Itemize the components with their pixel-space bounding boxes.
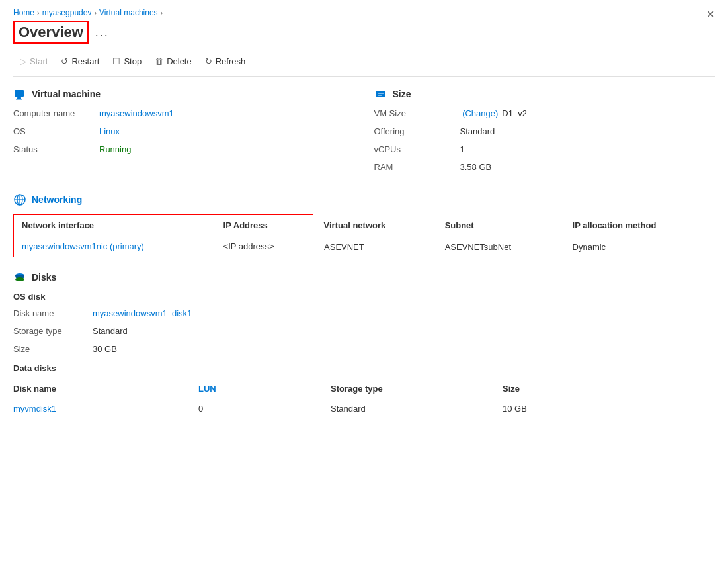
- breadcrumb-virtual-machines[interactable]: Virtual machines: [99, 8, 158, 17]
- offering-value: Standard: [460, 126, 495, 136]
- networking-icon: [13, 193, 26, 206]
- net-row-1: myasewindowsvm1nic (primary) <IP address…: [14, 236, 715, 257]
- net-col-ip: IP Address: [216, 215, 313, 236]
- status-label: Status: [13, 144, 99, 154]
- offering-label: Offering: [374, 126, 460, 136]
- data-disk-col-size: Size: [503, 380, 715, 398]
- disks-section-header: Disks: [13, 271, 715, 284]
- net-vnet-value: ASEVNET: [324, 242, 364, 252]
- os-label: OS: [13, 126, 99, 136]
- data-disk-col-lun: LUN: [198, 380, 331, 398]
- vm-size-row: VM Size (Change) D1_v2: [374, 109, 715, 118]
- data-disk-name-link[interactable]: myvmdisk1: [13, 404, 56, 413]
- vm-size-label: VM Size: [374, 109, 460, 118]
- net-cell-ip-method: Dynamic: [562, 236, 715, 257]
- start-icon: ▷: [20, 56, 26, 66]
- net-subnet-value: ASEVNETsubNet: [445, 242, 511, 252]
- stop-button[interactable]: ☐ Stop: [106, 53, 148, 69]
- data-disk-cell-storage: Standard: [331, 398, 503, 419]
- networking-section: Networking Network interface IP Address …: [13, 193, 715, 257]
- os-disk-name-row: Disk name myasewindowsvm1_disk1: [13, 308, 715, 318]
- refresh-label: Refresh: [216, 56, 246, 66]
- ram-value: 3.58 GB: [460, 162, 492, 172]
- vcpus-label: vCPUs: [374, 144, 460, 154]
- start-label: Start: [30, 56, 48, 66]
- svg-rect-4: [378, 93, 384, 94]
- net-ip-value: <IP address>: [223, 241, 274, 251]
- net-col-subnet: Subnet: [434, 215, 562, 236]
- os-row: OS Linux: [13, 126, 354, 136]
- close-button[interactable]: ✕: [706, 9, 715, 20]
- net-interface-link[interactable]: myasewindowsvm1nic (primary): [22, 241, 144, 251]
- ram-label: RAM: [374, 162, 460, 172]
- delete-button[interactable]: 🗑 Delete: [148, 53, 198, 69]
- start-button[interactable]: ▷ Start: [13, 53, 54, 69]
- stop-icon: ☐: [112, 56, 120, 66]
- delete-icon: 🗑: [155, 56, 163, 66]
- computer-name-value[interactable]: myasewindowsvm1: [99, 109, 174, 118]
- computer-name-row: Computer name myasewindowsvm1: [13, 109, 354, 118]
- data-disk-col-storage: Storage type: [331, 380, 503, 398]
- net-cell-interface: myasewindowsvm1nic (primary): [14, 236, 216, 257]
- svg-rect-1: [17, 97, 21, 99]
- size-column: Size VM Size (Change) D1_v2 Offering Sta…: [374, 87, 715, 180]
- data-disks-subtitle: Data disks: [13, 363, 715, 373]
- breadcrumb-sep-3: ›: [161, 9, 163, 17]
- svg-point-11: [15, 277, 24, 281]
- data-disk-cell-name: myvmdisk1: [13, 398, 198, 419]
- os-size-row: Size 30 GB: [13, 344, 715, 354]
- os-storage-type-row: Storage type Standard: [13, 326, 715, 336]
- restart-button[interactable]: ↺ Restart: [54, 53, 106, 69]
- os-disk-name-value[interactable]: myasewindowsvm1_disk1: [93, 308, 192, 318]
- more-options-button[interactable]: ...: [95, 26, 109, 38]
- os-disk-name-label: Disk name: [13, 308, 93, 318]
- svg-rect-0: [15, 90, 24, 97]
- disks-icon: [13, 271, 26, 284]
- refresh-icon: ↻: [205, 56, 212, 66]
- size-icon: [374, 87, 387, 101]
- vcpus-row: vCPUs 1: [374, 144, 715, 154]
- networking-table: Network interface IP Address Virtual net…: [13, 214, 715, 257]
- page-container: Home › myasegpudev › Virtual machines › …: [0, 0, 728, 445]
- refresh-button[interactable]: ↻ Refresh: [198, 53, 253, 69]
- title-row: Overview ... ✕: [13, 21, 715, 44]
- data-disk-size-value: 10 GB: [503, 404, 527, 413]
- vm-section-header: Virtual machine: [13, 87, 354, 101]
- data-disk-storage-value: Standard: [331, 404, 366, 413]
- status-row: Status Running: [13, 144, 354, 154]
- svg-rect-2: [16, 99, 22, 100]
- size-section-header: Size: [374, 87, 715, 101]
- vcpus-value: 1: [460, 144, 465, 154]
- vm-column: Virtual machine Computer name myasewindo…: [13, 87, 374, 180]
- breadcrumb-home[interactable]: Home: [13, 8, 34, 17]
- breadcrumb: Home › myasegpudev › Virtual machines ›: [13, 8, 715, 17]
- page-title: Overview: [13, 21, 89, 44]
- delete-label: Delete: [167, 56, 192, 66]
- net-cell-subnet: ASEVNETsubNet: [434, 236, 562, 257]
- net-cell-ip: <IP address>: [216, 236, 313, 257]
- status-value: Running: [99, 144, 131, 154]
- size-section-title: Size: [393, 89, 411, 99]
- net-col-ip-method: IP allocation method: [562, 215, 715, 236]
- data-disks-table: Disk name LUN Storage type Size: [13, 380, 715, 419]
- networking-section-header: Networking: [13, 193, 715, 206]
- net-col-interface: Network interface: [14, 215, 216, 236]
- vm-section-title: Virtual machine: [32, 89, 101, 99]
- vm-size-change-link[interactable]: (Change): [462, 109, 498, 118]
- os-value[interactable]: Linux: [99, 126, 120, 136]
- networking-section-title: Networking: [32, 195, 82, 205]
- net-col-vnet: Virtual network: [313, 215, 434, 236]
- net-ip-method-value: Dynamic: [573, 242, 606, 252]
- svg-rect-3: [376, 91, 385, 97]
- os-storage-type-label: Storage type: [13, 326, 93, 336]
- disks-section: Disks OS disk Disk name myasewindowsvm1_…: [13, 271, 715, 419]
- vm-icon: [13, 87, 26, 101]
- breadcrumb-myasegpudev[interactable]: myasegpudev: [42, 8, 92, 17]
- os-size-label: Size: [13, 344, 93, 354]
- os-disk-subtitle: OS disk: [13, 292, 715, 302]
- vm-size-value: D1_v2: [502, 109, 527, 118]
- ram-row: RAM 3.58 GB: [374, 162, 715, 172]
- stop-label: Stop: [124, 56, 142, 66]
- computer-name-label: Computer name: [13, 109, 99, 118]
- data-disk-row-1: myvmdisk1 0 Standard 10 GB: [13, 398, 715, 419]
